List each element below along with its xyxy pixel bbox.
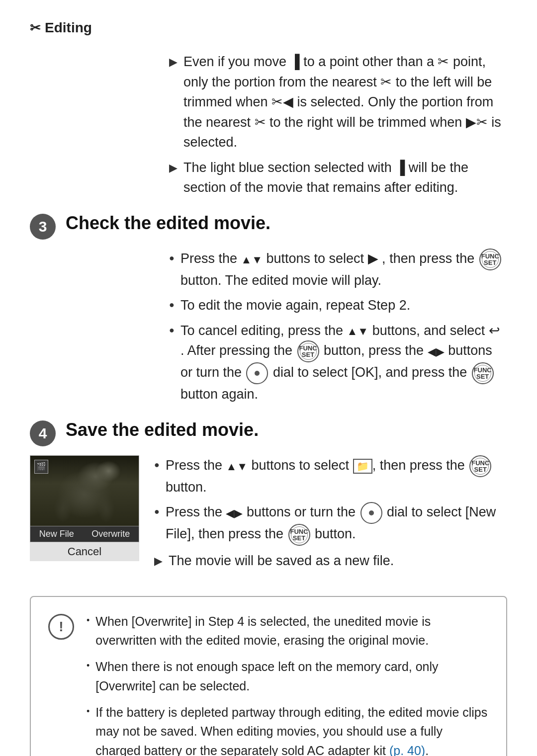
- dial-icon-2: [360, 502, 382, 524]
- step4-layout: 🎬 New File Overwrite Cancel ● Press the …: [30, 455, 507, 576]
- thumbnail-mode-icon: 🎬: [34, 460, 48, 474]
- func-btn-1: FUNCSET: [479, 249, 501, 270]
- note-icon: !: [48, 614, 74, 640]
- note-box: ! • When [Overwrite] in Step 4 is select…: [30, 596, 507, 756]
- scissors-icon: ✂: [30, 20, 41, 36]
- step4-container: 4 Save the edited movie. 🎬 New File Over…: [30, 419, 507, 576]
- step3-text-1: Press the ▲▼ buttons to select ▶ , then …: [180, 249, 507, 291]
- page-title: Editing: [45, 20, 92, 36]
- step3-bullet-2: ● To edit the movie again, repeat Step 2…: [169, 295, 507, 316]
- intro-bullets: ▶ Even if you move ▐ to a point other th…: [169, 52, 507, 198]
- step4-bullet-2: ● Press the ◀▶ buttons or turn the dial …: [154, 502, 507, 546]
- note-item-3: • If the battery is depleted partway thr…: [87, 703, 489, 756]
- thumbnail-bottom-bar: New File Overwrite: [30, 526, 139, 542]
- triangle-icon-2: ▶: [169, 160, 178, 176]
- left-right-arrows-1: ◀▶: [428, 345, 445, 358]
- note-item-2: • When there is not enough space left on…: [87, 657, 489, 696]
- page-link[interactable]: (p. 40): [389, 744, 425, 756]
- func-btn-4: FUNCSET: [469, 455, 491, 477]
- step4-text-1: Press the ▲▼ buttons to select 📁, then p…: [166, 455, 507, 498]
- dot-icon-3: ●: [169, 324, 175, 337]
- note-item-1: • When [Overwrite] in Step 4 is selected…: [87, 612, 489, 651]
- step4-bullet-1: ● Press the ▲▼ buttons to select 📁, then…: [154, 455, 507, 498]
- triangle-icon-1: ▶: [169, 54, 178, 70]
- step4-header: 4 Save the edited movie.: [30, 419, 507, 446]
- left-right-arrows-2: ◀▶: [226, 507, 243, 519]
- save-file-icon: 📁: [353, 459, 372, 474]
- dot-icon-4: ●: [154, 458, 160, 472]
- step4-bullets: ● Press the ▲▼ buttons to select 📁, then…: [154, 455, 507, 576]
- triangle-icon-3: ▶: [154, 553, 163, 569]
- step3-header: 3 Check the edited movie.: [30, 212, 507, 240]
- func-btn-3: FUNCSET: [472, 362, 494, 384]
- note-content: • When [Overwrite] in Step 4 is selected…: [87, 612, 489, 756]
- step4-bullet-3: ▶ The movie will be saved as a new file.: [154, 551, 507, 571]
- note-text-3: If the battery is depleted partway throu…: [95, 703, 489, 756]
- dot-icon-2: ●: [169, 298, 175, 312]
- new-file-label: New File: [39, 529, 74, 539]
- intro-bullet-1: ▶ Even if you move ▐ to a point other th…: [169, 52, 507, 153]
- step4-image-area: 🎬 New File Overwrite Cancel: [30, 455, 139, 561]
- step4-text-2: Press the ◀▶ buttons or turn the dial to…: [166, 502, 507, 546]
- step3-number: 3: [30, 214, 56, 240]
- intro-text-2: The light blue section selected with ▐ w…: [183, 158, 507, 198]
- note-bullet-1: •: [87, 614, 90, 628]
- intro-bullet-2: ▶ The light blue section selected with ▐…: [169, 158, 507, 198]
- step3-bullet-1: ● Press the ▲▼ buttons to select ▶ , the…: [169, 249, 507, 291]
- note-bullet-2: •: [87, 659, 90, 673]
- note-text-2: When there is not enough space left on t…: [95, 657, 489, 696]
- step3-text-2: To edit the movie again, repeat Step 2.: [180, 295, 507, 316]
- step3-text-3: To cancel editing, press the ▲▼ buttons,…: [180, 321, 507, 405]
- step3-container: 3 Check the edited movie. ● Press the ▲▼…: [30, 212, 507, 405]
- overwrite-label: Overwrite: [91, 529, 130, 539]
- step3-bullet-3: ● To cancel editing, press the ▲▼ button…: [169, 321, 507, 405]
- step3-bullets: ● Press the ▲▼ buttons to select ▶ , the…: [169, 249, 507, 405]
- dot-icon-1: ●: [169, 252, 175, 265]
- step4-title: Save the edited movie.: [66, 419, 259, 442]
- cancel-label: Cancel: [30, 542, 139, 561]
- up-down-arrows-2: ▲▼: [347, 325, 369, 337]
- dial-icon-1: [246, 362, 268, 384]
- up-down-arrows-1: ▲▼: [241, 253, 263, 265]
- movie-thumbnail: 🎬 New File Overwrite: [30, 455, 139, 542]
- page-header: ✂ Editing: [30, 20, 507, 36]
- intro-text-1: Even if you move ▐ to a point other than…: [183, 52, 507, 153]
- up-down-arrows-3: ▲▼: [226, 460, 248, 472]
- step4-number: 4: [30, 420, 56, 446]
- func-btn-2: FUNCSET: [297, 340, 319, 362]
- step4-text-3: The movie will be saved as a new file.: [169, 551, 507, 571]
- dot-icon-5: ●: [154, 505, 160, 518]
- page-container: ✂ Editing ▶ Even if you move ▐ to a poin…: [0, 0, 537, 756]
- func-btn-5: FUNCSET: [288, 524, 310, 546]
- note-bullet-3: •: [87, 705, 90, 719]
- note-text-1: When [Overwrite] in Step 4 is selected, …: [95, 612, 489, 651]
- step3-title: Check the edited movie.: [66, 212, 270, 235]
